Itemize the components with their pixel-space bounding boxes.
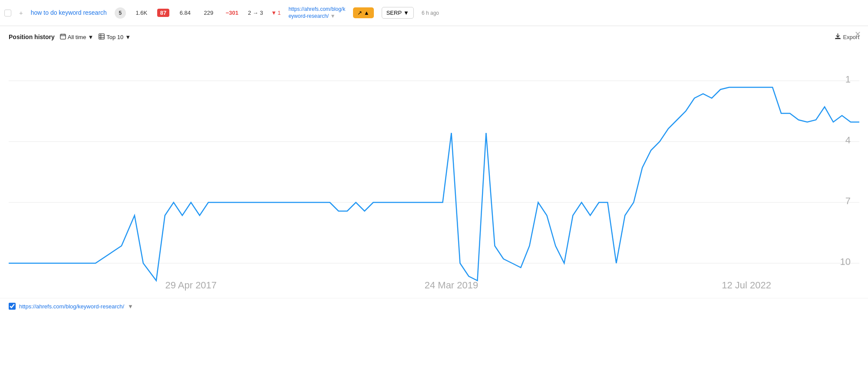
top-chevron-icon: ▼: [125, 34, 131, 40]
time-filter-label: All time: [68, 34, 86, 40]
time-filter-button[interactable]: All time ▼: [60, 33, 94, 41]
table-icon: [99, 33, 105, 41]
rank-change-metric: 2 → 3: [248, 10, 263, 16]
position-history-chart: 1 4 7 10 29 Apr 2017 24 Mar 2019 12 Jul …: [9, 46, 859, 298]
svg-rect-0: [60, 34, 66, 39]
bottom-url-row: https://ahrefs.com/blog/keyword-research…: [0, 298, 868, 314]
url-checkbox[interactable]: [9, 303, 16, 310]
top-filter-button[interactable]: Top 10 ▼: [99, 33, 131, 41]
serp-chevron-icon: ▼: [403, 10, 409, 16]
url-link[interactable]: https://ahrefs.com/blog/keyword-research…: [288, 6, 345, 20]
svg-rect-10: [835, 38, 841, 39]
svg-text:12 Jul 2022: 12 Jul 2022: [722, 280, 771, 291]
position-badge: 5: [115, 7, 126, 19]
svg-text:24 Mar 2019: 24 Mar 2019: [425, 280, 478, 291]
keyword-link[interactable]: how to do keyword research: [31, 9, 107, 17]
svg-text:10: 10: [840, 256, 851, 267]
close-button[interactable]: ✕: [855, 30, 861, 38]
traffic-metric: 229: [201, 10, 216, 16]
top-row: + how to do keyword research 5 1.6K 87 6…: [0, 0, 868, 26]
svg-rect-4: [99, 33, 104, 39]
position-history-panel: Position history All time ▼: [0, 26, 868, 298]
svg-text:29 Apr 2017: 29 Apr 2017: [165, 280, 217, 291]
drop-indicator: ▼ 1: [271, 10, 281, 16]
cpc-metric: 6.84: [177, 10, 193, 16]
add-button[interactable]: +: [19, 9, 23, 17]
trend-button[interactable]: ↗ ▲: [353, 7, 373, 18]
top-filter-label: Top 10: [106, 34, 123, 40]
url-chevron-icon: ▼: [128, 303, 133, 310]
drop-count: 1: [277, 10, 281, 16]
download-icon: [835, 33, 841, 41]
svg-text:1: 1: [845, 74, 851, 85]
time-chevron-icon: ▼: [88, 34, 93, 40]
panel-header: Position history All time ▼: [9, 33, 859, 41]
bottom-url-link[interactable]: https://ahrefs.com/blog/keyword-research…: [19, 303, 124, 310]
svg-text:7: 7: [845, 195, 851, 206]
volume-metric: 1.6K: [134, 10, 149, 16]
serp-label: SERP: [386, 10, 402, 16]
time-ago: 6 h ago: [422, 10, 439, 16]
chart-area: 1 4 7 10 29 Apr 2017 24 Mar 2019 12 Jul …: [9, 46, 859, 298]
calendar-icon: [60, 33, 66, 41]
change-metric: −301: [224, 10, 240, 16]
drop-icon: ▼: [271, 10, 277, 16]
trend-up-icon: ↗ ▲: [357, 10, 369, 16]
svg-text:4: 4: [845, 135, 851, 146]
serp-button[interactable]: SERP ▼: [382, 7, 414, 19]
panel-title: Position history: [9, 33, 55, 40]
row-checkbox[interactable]: [4, 10, 11, 17]
kd-badge: 87: [157, 9, 169, 17]
